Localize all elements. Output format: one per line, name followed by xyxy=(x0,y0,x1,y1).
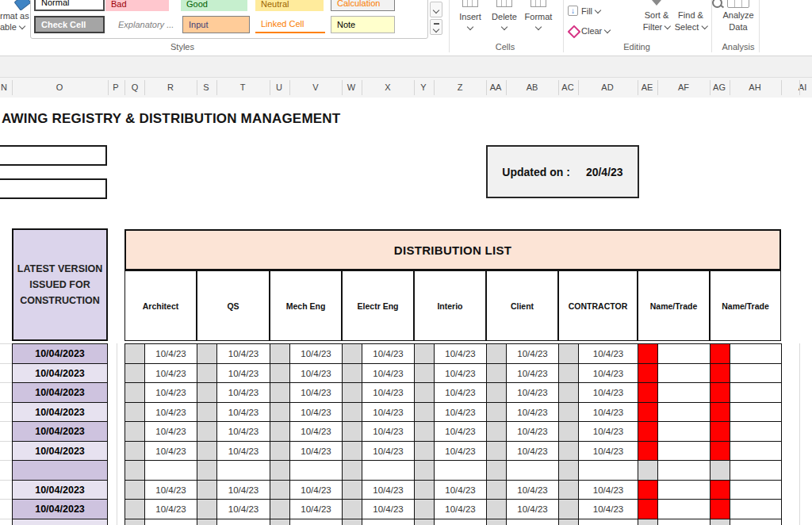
separator-cell[interactable] xyxy=(414,519,435,525)
dist-date-cell[interactable]: 10/4/23 xyxy=(506,421,559,442)
separator-cell[interactable] xyxy=(558,421,579,442)
name-trade-cell[interactable] xyxy=(730,441,782,461)
version-date-cell[interactable] xyxy=(12,519,108,525)
separator-cell[interactable] xyxy=(342,499,362,519)
dist-date-cell[interactable]: 10/4/23 xyxy=(216,499,270,519)
dist-date-cell[interactable]: 10/4/23 xyxy=(144,421,197,442)
separator-cell[interactable] xyxy=(342,480,362,500)
name-trade-cell[interactable] xyxy=(730,343,782,364)
separator-cell[interactable] xyxy=(558,499,579,519)
col-letter-AG[interactable]: AG xyxy=(713,78,726,98)
dist-date-cell[interactable]: 10/4/23 xyxy=(289,363,343,383)
separator-cell[interactable] xyxy=(558,519,579,525)
style-explanatory[interactable]: Explanatory ... xyxy=(113,16,174,33)
separator-cell[interactable] xyxy=(414,343,435,364)
col-letter-O[interactable]: O xyxy=(56,78,63,98)
separator-cell[interactable] xyxy=(486,363,507,383)
name-trade-cell[interactable] xyxy=(730,480,782,500)
dist-date-cell[interactable]: 10/4/23 xyxy=(578,499,638,519)
dist-date-cell[interactable]: 10/4/23 xyxy=(434,480,487,500)
dist-date-cell[interactable]: 10/4/23 xyxy=(362,382,415,403)
name-trade-cell[interactable] xyxy=(657,421,710,442)
version-date-cell[interactable]: 10/04/2023 xyxy=(12,402,108,422)
dist-date-cell[interactable]: 10/4/23 xyxy=(362,402,415,422)
separator-cell[interactable] xyxy=(414,421,435,442)
col-letter-AE[interactable]: AE xyxy=(642,78,653,98)
name-trade-cell[interactable] xyxy=(730,363,782,383)
separator-cell[interactable] xyxy=(558,382,579,403)
separator-cell[interactable] xyxy=(124,421,145,442)
dist-date-cell[interactable]: 10/4/23 xyxy=(506,480,559,500)
name-trade-cell[interactable] xyxy=(657,363,710,383)
separator-cell[interactable] xyxy=(486,460,507,481)
separator-cell[interactable] xyxy=(342,519,362,525)
dist-date-cell[interactable]: 10/4/23 xyxy=(144,480,197,500)
dist-col-header-electr-eng[interactable]: Electr Eng xyxy=(342,270,414,341)
flag-cell[interactable] xyxy=(638,402,658,422)
flag-cell[interactable] xyxy=(710,480,730,500)
flag-cell[interactable] xyxy=(710,382,730,403)
separator-cell[interactable] xyxy=(342,441,362,461)
separator-cell[interactable] xyxy=(270,519,290,525)
col-letter-AB[interactable]: AB xyxy=(527,78,538,98)
latest-version-header[interactable]: LATEST VERSION ISSUED FOR CONSTRUCTION xyxy=(12,228,108,341)
dist-date-cell[interactable]: 10/4/23 xyxy=(578,363,638,383)
name-trade-cell[interactable] xyxy=(657,499,710,519)
dist-date-cell[interactable]: 10/4/23 xyxy=(578,343,638,364)
dist-date-cell[interactable] xyxy=(434,519,487,525)
dist-date-cell[interactable]: 10/4/23 xyxy=(216,363,270,383)
dist-date-cell[interactable]: 10/4/23 xyxy=(434,382,487,403)
style-neutral[interactable]: Neutral xyxy=(255,0,324,11)
flag-cell[interactable] xyxy=(638,480,658,500)
separator-cell[interactable] xyxy=(124,499,145,519)
separator-cell[interactable] xyxy=(124,519,145,525)
dist-date-cell[interactable]: 10/4/23 xyxy=(216,343,270,364)
separator-cell[interactable] xyxy=(270,343,290,364)
name-trade-cell[interactable] xyxy=(657,480,710,500)
dist-col-header-qs[interactable]: QS xyxy=(197,270,270,341)
separator-cell[interactable] xyxy=(414,499,435,519)
dist-date-cell[interactable]: 10/4/23 xyxy=(289,480,343,500)
separator-cell[interactable] xyxy=(197,480,217,500)
dist-date-cell[interactable] xyxy=(144,460,197,481)
separator-cell[interactable] xyxy=(558,460,579,481)
dist-date-cell[interactable] xyxy=(506,460,559,481)
separator-cell[interactable] xyxy=(486,343,507,364)
separator-cell[interactable] xyxy=(486,519,507,525)
dist-date-cell[interactable]: 10/4/23 xyxy=(434,343,487,364)
dist-date-cell[interactable]: 10/4/23 xyxy=(434,402,487,422)
dist-date-cell[interactable]: 10/4/23 xyxy=(289,343,343,364)
flag-cell[interactable] xyxy=(638,343,658,364)
separator-cell[interactable] xyxy=(414,480,435,500)
separator-cell[interactable] xyxy=(342,402,362,422)
style-note[interactable]: Note xyxy=(331,16,395,33)
col-letter-W[interactable]: W xyxy=(347,78,355,98)
col-letter-N[interactable]: N xyxy=(1,78,7,98)
dist-date-cell[interactable]: 10/4/23 xyxy=(362,421,415,442)
dist-date-cell[interactable] xyxy=(362,519,415,525)
col-letter-X[interactable]: X xyxy=(385,78,390,98)
version-date-cell[interactable]: 10/04/2023 xyxy=(12,382,108,403)
separator-cell[interactable] xyxy=(558,363,579,383)
flag-cell[interactable] xyxy=(710,402,730,422)
clear-button[interactable]: Clear xyxy=(581,26,610,36)
separator-cell[interactable] xyxy=(486,421,507,442)
dist-date-cell[interactable]: 10/4/23 xyxy=(434,363,487,383)
dist-date-cell[interactable]: 10/4/23 xyxy=(289,499,343,519)
separator-cell[interactable] xyxy=(197,343,217,364)
flag-cell[interactable] xyxy=(710,363,730,383)
style-normal[interactable]: Normal xyxy=(34,0,105,11)
separator-cell[interactable] xyxy=(197,519,217,525)
dist-date-cell[interactable]: 10/4/23 xyxy=(216,402,270,422)
dist-date-cell[interactable]: 10/4/23 xyxy=(362,499,415,519)
separator-cell[interactable] xyxy=(414,460,435,481)
separator-cell[interactable] xyxy=(124,402,145,422)
format-button[interactable]: Format xyxy=(521,0,556,31)
dist-date-cell[interactable]: 10/4/23 xyxy=(506,343,559,364)
version-date-cell[interactable] xyxy=(12,460,108,481)
separator-cell[interactable] xyxy=(197,460,217,481)
separator-cell[interactable] xyxy=(558,441,579,461)
dist-date-cell[interactable]: 10/4/23 xyxy=(506,499,559,519)
dist-date-cell[interactable] xyxy=(216,460,270,481)
separator-cell[interactable] xyxy=(414,363,435,383)
